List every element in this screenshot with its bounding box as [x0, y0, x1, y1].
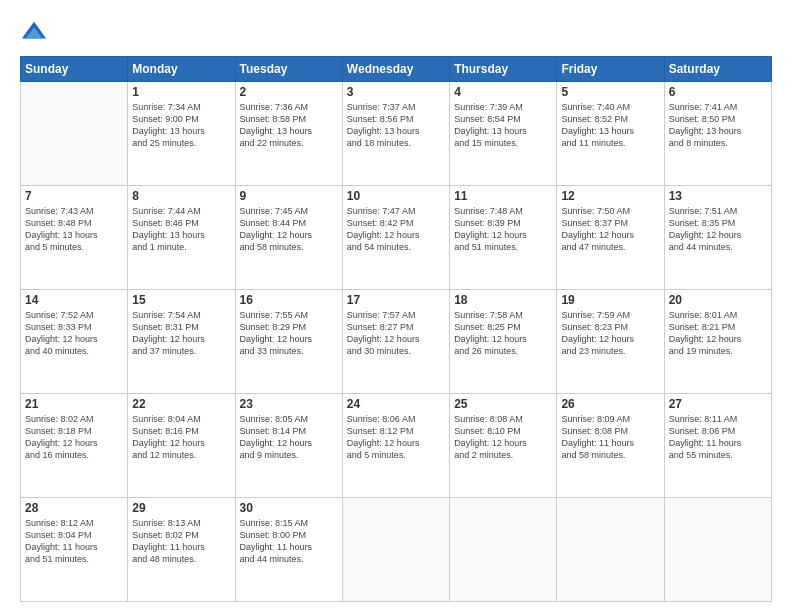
calendar-cell	[21, 82, 128, 186]
day-number: 17	[347, 293, 445, 307]
day-number: 10	[347, 189, 445, 203]
calendar-cell: 26Sunrise: 8:09 AM Sunset: 8:08 PM Dayli…	[557, 394, 664, 498]
calendar-cell: 27Sunrise: 8:11 AM Sunset: 8:06 PM Dayli…	[664, 394, 771, 498]
calendar-cell: 7Sunrise: 7:43 AM Sunset: 8:48 PM Daylig…	[21, 186, 128, 290]
calendar-cell: 19Sunrise: 7:59 AM Sunset: 8:23 PM Dayli…	[557, 290, 664, 394]
day-info: Sunrise: 7:43 AM Sunset: 8:48 PM Dayligh…	[25, 205, 123, 254]
day-info: Sunrise: 7:48 AM Sunset: 8:39 PM Dayligh…	[454, 205, 552, 254]
day-info: Sunrise: 7:50 AM Sunset: 8:37 PM Dayligh…	[561, 205, 659, 254]
day-number: 8	[132, 189, 230, 203]
weekday-header-wednesday: Wednesday	[342, 57, 449, 82]
calendar-cell: 5Sunrise: 7:40 AM Sunset: 8:52 PM Daylig…	[557, 82, 664, 186]
calendar-cell: 16Sunrise: 7:55 AM Sunset: 8:29 PM Dayli…	[235, 290, 342, 394]
calendar-cell: 8Sunrise: 7:44 AM Sunset: 8:46 PM Daylig…	[128, 186, 235, 290]
calendar-cell: 13Sunrise: 7:51 AM Sunset: 8:35 PM Dayli…	[664, 186, 771, 290]
logo-icon	[20, 18, 48, 46]
day-number: 25	[454, 397, 552, 411]
logo	[20, 18, 52, 46]
day-info: Sunrise: 8:05 AM Sunset: 8:14 PM Dayligh…	[240, 413, 338, 462]
day-info: Sunrise: 8:09 AM Sunset: 8:08 PM Dayligh…	[561, 413, 659, 462]
day-number: 19	[561, 293, 659, 307]
day-number: 3	[347, 85, 445, 99]
weekday-header-friday: Friday	[557, 57, 664, 82]
header	[20, 18, 772, 46]
weekday-header-thursday: Thursday	[450, 57, 557, 82]
day-info: Sunrise: 7:37 AM Sunset: 8:56 PM Dayligh…	[347, 101, 445, 150]
day-number: 30	[240, 501, 338, 515]
day-number: 23	[240, 397, 338, 411]
calendar-cell: 4Sunrise: 7:39 AM Sunset: 8:54 PM Daylig…	[450, 82, 557, 186]
calendar-cell: 23Sunrise: 8:05 AM Sunset: 8:14 PM Dayli…	[235, 394, 342, 498]
day-info: Sunrise: 8:12 AM Sunset: 8:04 PM Dayligh…	[25, 517, 123, 566]
day-info: Sunrise: 7:54 AM Sunset: 8:31 PM Dayligh…	[132, 309, 230, 358]
day-info: Sunrise: 8:08 AM Sunset: 8:10 PM Dayligh…	[454, 413, 552, 462]
day-number: 22	[132, 397, 230, 411]
calendar-cell: 11Sunrise: 7:48 AM Sunset: 8:39 PM Dayli…	[450, 186, 557, 290]
calendar-cell: 12Sunrise: 7:50 AM Sunset: 8:37 PM Dayli…	[557, 186, 664, 290]
day-info: Sunrise: 7:59 AM Sunset: 8:23 PM Dayligh…	[561, 309, 659, 358]
day-info: Sunrise: 7:47 AM Sunset: 8:42 PM Dayligh…	[347, 205, 445, 254]
day-number: 4	[454, 85, 552, 99]
calendar-cell: 14Sunrise: 7:52 AM Sunset: 8:33 PM Dayli…	[21, 290, 128, 394]
calendar-cell	[557, 498, 664, 602]
day-number: 28	[25, 501, 123, 515]
day-number: 6	[669, 85, 767, 99]
day-info: Sunrise: 7:39 AM Sunset: 8:54 PM Dayligh…	[454, 101, 552, 150]
calendar-cell: 22Sunrise: 8:04 AM Sunset: 8:16 PM Dayli…	[128, 394, 235, 498]
calendar-week-row: 1Sunrise: 7:34 AM Sunset: 9:00 PM Daylig…	[21, 82, 772, 186]
day-number: 20	[669, 293, 767, 307]
weekday-header-monday: Monday	[128, 57, 235, 82]
day-info: Sunrise: 8:15 AM Sunset: 8:00 PM Dayligh…	[240, 517, 338, 566]
calendar-cell: 1Sunrise: 7:34 AM Sunset: 9:00 PM Daylig…	[128, 82, 235, 186]
calendar-week-row: 28Sunrise: 8:12 AM Sunset: 8:04 PM Dayli…	[21, 498, 772, 602]
calendar-cell: 6Sunrise: 7:41 AM Sunset: 8:50 PM Daylig…	[664, 82, 771, 186]
day-number: 15	[132, 293, 230, 307]
calendar-cell: 15Sunrise: 7:54 AM Sunset: 8:31 PM Dayli…	[128, 290, 235, 394]
day-number: 11	[454, 189, 552, 203]
calendar-cell: 28Sunrise: 8:12 AM Sunset: 8:04 PM Dayli…	[21, 498, 128, 602]
day-number: 26	[561, 397, 659, 411]
weekday-header-row: SundayMondayTuesdayWednesdayThursdayFrid…	[21, 57, 772, 82]
day-info: Sunrise: 8:02 AM Sunset: 8:18 PM Dayligh…	[25, 413, 123, 462]
weekday-header-tuesday: Tuesday	[235, 57, 342, 82]
day-info: Sunrise: 7:40 AM Sunset: 8:52 PM Dayligh…	[561, 101, 659, 150]
calendar-cell	[450, 498, 557, 602]
calendar-week-row: 21Sunrise: 8:02 AM Sunset: 8:18 PM Dayli…	[21, 394, 772, 498]
calendar-week-row: 14Sunrise: 7:52 AM Sunset: 8:33 PM Dayli…	[21, 290, 772, 394]
calendar-cell: 10Sunrise: 7:47 AM Sunset: 8:42 PM Dayli…	[342, 186, 449, 290]
day-info: Sunrise: 7:58 AM Sunset: 8:25 PM Dayligh…	[454, 309, 552, 358]
calendar-cell: 18Sunrise: 7:58 AM Sunset: 8:25 PM Dayli…	[450, 290, 557, 394]
day-info: Sunrise: 7:51 AM Sunset: 8:35 PM Dayligh…	[669, 205, 767, 254]
calendar-cell: 9Sunrise: 7:45 AM Sunset: 8:44 PM Daylig…	[235, 186, 342, 290]
day-number: 7	[25, 189, 123, 203]
weekday-header-sunday: Sunday	[21, 57, 128, 82]
calendar-cell: 21Sunrise: 8:02 AM Sunset: 8:18 PM Dayli…	[21, 394, 128, 498]
day-info: Sunrise: 7:45 AM Sunset: 8:44 PM Dayligh…	[240, 205, 338, 254]
day-info: Sunrise: 8:13 AM Sunset: 8:02 PM Dayligh…	[132, 517, 230, 566]
day-number: 2	[240, 85, 338, 99]
day-number: 5	[561, 85, 659, 99]
day-info: Sunrise: 7:34 AM Sunset: 9:00 PM Dayligh…	[132, 101, 230, 150]
calendar-cell: 24Sunrise: 8:06 AM Sunset: 8:12 PM Dayli…	[342, 394, 449, 498]
day-info: Sunrise: 7:44 AM Sunset: 8:46 PM Dayligh…	[132, 205, 230, 254]
calendar-cell: 17Sunrise: 7:57 AM Sunset: 8:27 PM Dayli…	[342, 290, 449, 394]
day-number: 13	[669, 189, 767, 203]
day-number: 21	[25, 397, 123, 411]
day-number: 14	[25, 293, 123, 307]
day-number: 9	[240, 189, 338, 203]
calendar-cell	[342, 498, 449, 602]
day-info: Sunrise: 8:01 AM Sunset: 8:21 PM Dayligh…	[669, 309, 767, 358]
day-info: Sunrise: 7:41 AM Sunset: 8:50 PM Dayligh…	[669, 101, 767, 150]
day-info: Sunrise: 7:55 AM Sunset: 8:29 PM Dayligh…	[240, 309, 338, 358]
calendar-cell: 29Sunrise: 8:13 AM Sunset: 8:02 PM Dayli…	[128, 498, 235, 602]
day-info: Sunrise: 8:04 AM Sunset: 8:16 PM Dayligh…	[132, 413, 230, 462]
day-number: 16	[240, 293, 338, 307]
calendar-cell	[664, 498, 771, 602]
day-number: 27	[669, 397, 767, 411]
calendar-cell: 20Sunrise: 8:01 AM Sunset: 8:21 PM Dayli…	[664, 290, 771, 394]
day-number: 12	[561, 189, 659, 203]
calendar-table: SundayMondayTuesdayWednesdayThursdayFrid…	[20, 56, 772, 602]
calendar-cell: 25Sunrise: 8:08 AM Sunset: 8:10 PM Dayli…	[450, 394, 557, 498]
day-info: Sunrise: 7:57 AM Sunset: 8:27 PM Dayligh…	[347, 309, 445, 358]
day-info: Sunrise: 7:36 AM Sunset: 8:58 PM Dayligh…	[240, 101, 338, 150]
